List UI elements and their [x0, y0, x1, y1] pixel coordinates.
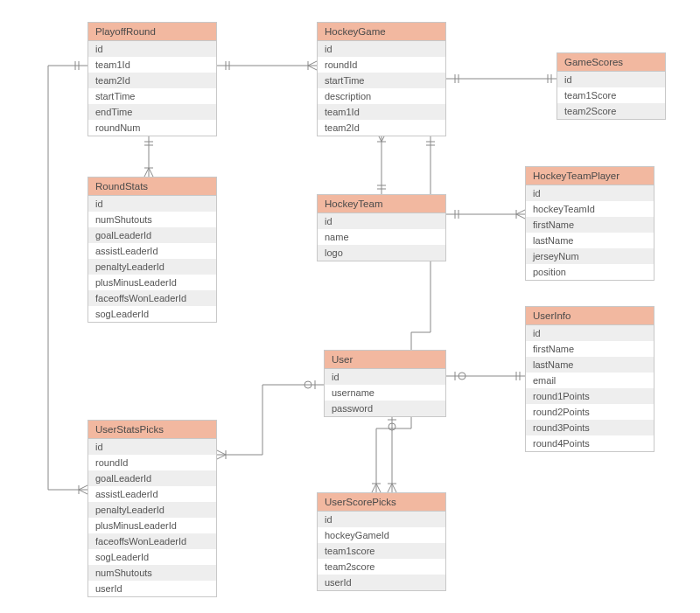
entity-field: team1score — [318, 543, 445, 559]
entity-field: id — [318, 41, 445, 57]
entity-field: team2score — [318, 559, 445, 575]
entity-field: hockeyTeamId — [526, 201, 654, 217]
entity-title: HockeyTeam — [318, 195, 445, 213]
entity-field: firstName — [526, 217, 654, 233]
entity-title: User — [325, 351, 445, 369]
entity-field: numShutouts — [88, 565, 216, 581]
entity-title: PlayoffRound — [88, 23, 216, 41]
entity-field: plusMinusLeaderId — [88, 518, 216, 533]
entity-field: hockeyGameId — [318, 527, 445, 543]
entity-field: goalLeaderId — [88, 470, 216, 486]
entity-field: id — [557, 72, 665, 87]
entity-field: team2Id — [88, 73, 216, 88]
entity-field: sogLeaderId — [88, 549, 216, 565]
entity-field: sogLeaderId — [88, 306, 216, 322]
entity-hockeygame: HockeyGame id roundId startTime descript… — [317, 22, 446, 136]
entity-field: startTime — [318, 73, 445, 88]
entity-field: startTime — [88, 88, 216, 104]
entity-field: team2Id — [318, 120, 445, 136]
entity-field: id — [88, 41, 216, 57]
entity-field: round2Points — [526, 404, 654, 420]
entity-field: faceoffsWonLeaderId — [88, 533, 216, 549]
entity-title: UserStatsPicks — [88, 421, 216, 439]
entity-title: HockeyTeamPlayer — [526, 167, 654, 185]
entity-field: assistLeaderId — [88, 243, 216, 259]
entity-field: id — [318, 512, 445, 527]
entity-title: UserInfo — [526, 307, 654, 325]
entity-title: GameScores — [557, 53, 665, 72]
entity-field: assistLeaderId — [88, 486, 216, 502]
entity-field: id — [526, 325, 654, 341]
entity-field: plusMinusLeaderId — [88, 275, 216, 290]
entity-field: name — [318, 229, 445, 245]
entity-roundstats: RoundStats id numShutouts goalLeaderId a… — [88, 177, 217, 323]
entity-field: id — [88, 196, 216, 212]
entity-field: penaltyLeaderId — [88, 259, 216, 275]
entity-field: username — [325, 385, 445, 401]
entity-field: logo — [318, 245, 445, 261]
entity-field: round1Points — [526, 388, 654, 404]
entity-userinfo: UserInfo id firstName lastName email rou… — [525, 306, 654, 452]
entity-field: roundNum — [88, 120, 216, 136]
entity-field: password — [325, 401, 445, 416]
entity-field: position — [526, 264, 654, 280]
entity-field: team1Score — [557, 87, 665, 103]
entity-hockeyteamplayer: HockeyTeamPlayer id hockeyTeamId firstNa… — [525, 166, 654, 281]
entity-field: team1Id — [318, 104, 445, 120]
entity-gamescores: GameScores id team1Score team2Score — [556, 52, 666, 120]
entity-playoffround: PlayoffRound id team1Id team2Id startTim… — [88, 22, 217, 136]
entity-field: faceoffsWonLeaderId — [88, 290, 216, 306]
entity-field: round4Points — [526, 435, 654, 451]
entity-title: RoundStats — [88, 178, 216, 196]
entity-field: lastName — [526, 357, 654, 373]
entity-field: userId — [88, 581, 216, 596]
entity-field: round3Points — [526, 420, 654, 435]
entity-user: User id username password — [324, 350, 446, 417]
entity-field: numShutouts — [88, 212, 216, 227]
entity-title: HockeyGame — [318, 23, 445, 41]
entity-userstatspicks: UserStatsPicks id roundId goalLeaderId a… — [88, 420, 217, 597]
entity-title: UserScorePicks — [318, 493, 445, 512]
entity-field: firstName — [526, 341, 654, 357]
entity-field: team1Id — [88, 57, 216, 73]
entity-field: endTime — [88, 104, 216, 120]
entity-field: lastName — [526, 233, 654, 248]
entity-field: roundId — [318, 57, 445, 73]
entity-field: goalLeaderId — [88, 227, 216, 243]
entity-userscorepicks: UserScorePicks id hockeyGameId team1scor… — [317, 492, 446, 591]
entity-field: userId — [318, 575, 445, 590]
entity-field: id — [318, 213, 445, 229]
entity-field: roundId — [88, 455, 216, 470]
entity-field: email — [526, 373, 654, 388]
entity-field: penaltyLeaderId — [88, 502, 216, 518]
entity-field: id — [88, 439, 216, 455]
entity-hockeyteam: HockeyTeam id name logo — [317, 194, 446, 261]
entity-field: id — [526, 185, 654, 201]
entity-field: id — [325, 369, 445, 385]
entity-field: description — [318, 88, 445, 104]
entity-field: team2Score — [557, 103, 665, 119]
entity-field: jerseyNum — [526, 248, 654, 264]
